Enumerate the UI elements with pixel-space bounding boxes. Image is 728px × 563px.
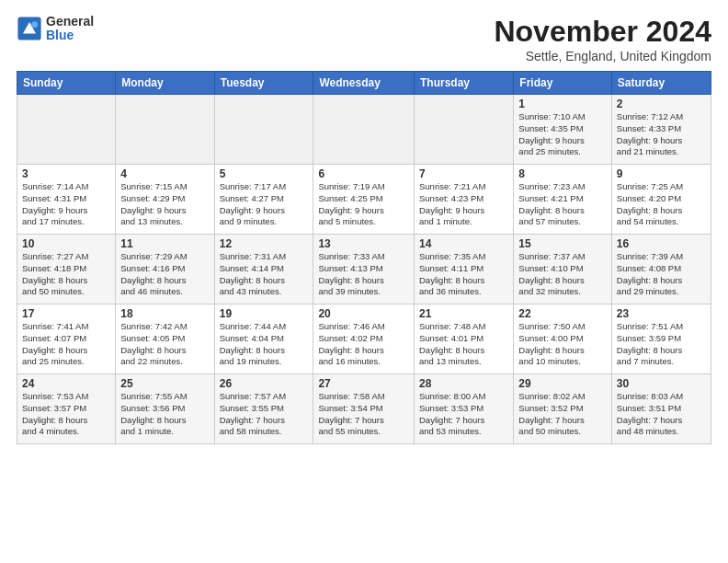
day-number: 26: [220, 377, 309, 390]
calendar-table: SundayMondayTuesdayWednesdayThursdayFrid…: [17, 71, 711, 444]
calendar-cell: 13Sunrise: 7:33 AM Sunset: 4:13 PM Dayli…: [313, 235, 415, 304]
calendar-week-row: 17Sunrise: 7:41 AM Sunset: 4:07 PM Dayli…: [17, 304, 711, 374]
day-number: 18: [120, 307, 209, 320]
day-info: Sunrise: 8:02 AM Sunset: 3:52 PM Dayligh…: [518, 391, 607, 438]
calendar-cell: 28Sunrise: 8:00 AM Sunset: 3:53 PM Dayli…: [415, 374, 514, 444]
calendar-cell: 9Sunrise: 7:25 AM Sunset: 4:20 PM Daylig…: [611, 165, 711, 235]
logo: General Blue: [17, 15, 94, 43]
calendar-cell: [214, 95, 313, 165]
calendar-cell: 6Sunrise: 7:19 AM Sunset: 4:25 PM Daylig…: [313, 165, 415, 235]
day-number: 27: [318, 377, 409, 390]
day-info: Sunrise: 7:27 AM Sunset: 4:18 PM Dayligh…: [22, 251, 110, 298]
day-info: Sunrise: 7:37 AM Sunset: 4:10 PM Dayligh…: [518, 251, 607, 298]
day-info: Sunrise: 7:39 AM Sunset: 4:08 PM Dayligh…: [617, 251, 706, 298]
day-number: 24: [22, 377, 110, 390]
day-number: 28: [419, 377, 508, 390]
calendar-cell: 25Sunrise: 7:55 AM Sunset: 3:56 PM Dayli…: [116, 374, 214, 444]
calendar-cell: 19Sunrise: 7:44 AM Sunset: 4:04 PM Dayli…: [214, 304, 313, 374]
day-number: 23: [617, 307, 706, 320]
weekday-header: Wednesday: [313, 72, 415, 95]
day-info: Sunrise: 7:15 AM Sunset: 4:29 PM Dayligh…: [120, 181, 209, 228]
day-number: 5: [220, 167, 309, 180]
calendar-cell: 4Sunrise: 7:15 AM Sunset: 4:29 PM Daylig…: [116, 165, 214, 235]
day-number: 6: [318, 167, 409, 180]
day-info: Sunrise: 7:14 AM Sunset: 4:31 PM Dayligh…: [22, 181, 110, 228]
calendar-cell: 15Sunrise: 7:37 AM Sunset: 4:10 PM Dayli…: [514, 235, 612, 304]
day-info: Sunrise: 7:58 AM Sunset: 3:54 PM Dayligh…: [318, 391, 409, 438]
calendar-cell: [415, 95, 514, 165]
calendar-cell: 23Sunrise: 7:51 AM Sunset: 3:59 PM Dayli…: [611, 304, 711, 374]
calendar-cell: 5Sunrise: 7:17 AM Sunset: 4:27 PM Daylig…: [214, 165, 313, 235]
weekday-header: Sunday: [17, 72, 116, 95]
day-number: 8: [518, 167, 607, 180]
day-info: Sunrise: 7:17 AM Sunset: 4:27 PM Dayligh…: [220, 181, 309, 228]
title-block: November 2024 Settle, England, United Ki…: [494, 15, 711, 63]
day-number: 12: [220, 237, 309, 250]
day-number: 16: [617, 237, 706, 250]
calendar-cell: 21Sunrise: 7:48 AM Sunset: 4:01 PM Dayli…: [415, 304, 514, 374]
calendar-cell: 26Sunrise: 7:57 AM Sunset: 3:55 PM Dayli…: [214, 374, 313, 444]
weekday-header: Friday: [514, 72, 612, 95]
day-info: Sunrise: 7:12 AM Sunset: 4:33 PM Dayligh…: [617, 111, 706, 158]
calendar-cell: 1Sunrise: 7:10 AM Sunset: 4:35 PM Daylig…: [514, 95, 612, 165]
day-number: 19: [220, 307, 309, 320]
calendar-cell: [116, 95, 214, 165]
day-number: 15: [518, 237, 607, 250]
calendar-cell: 2Sunrise: 7:12 AM Sunset: 4:33 PM Daylig…: [611, 95, 711, 165]
location-text: Settle, England, United Kingdom: [494, 49, 711, 63]
calendar-cell: 14Sunrise: 7:35 AM Sunset: 4:11 PM Dayli…: [415, 235, 514, 304]
calendar-cell: 11Sunrise: 7:29 AM Sunset: 4:16 PM Dayli…: [116, 235, 214, 304]
logo-general-text: General: [46, 15, 94, 29]
day-info: Sunrise: 7:42 AM Sunset: 4:05 PM Dayligh…: [120, 321, 209, 368]
day-info: Sunrise: 7:51 AM Sunset: 3:59 PM Dayligh…: [617, 321, 706, 368]
calendar-cell: 18Sunrise: 7:42 AM Sunset: 4:05 PM Dayli…: [116, 304, 214, 374]
day-info: Sunrise: 7:19 AM Sunset: 4:25 PM Dayligh…: [318, 181, 409, 228]
day-info: Sunrise: 7:25 AM Sunset: 4:20 PM Dayligh…: [617, 181, 706, 228]
day-info: Sunrise: 7:41 AM Sunset: 4:07 PM Dayligh…: [22, 321, 110, 368]
day-number: 29: [518, 377, 607, 390]
logo-text: General Blue: [46, 15, 94, 43]
day-number: 21: [419, 307, 508, 320]
day-info: Sunrise: 7:10 AM Sunset: 4:35 PM Dayligh…: [518, 111, 607, 158]
day-number: 22: [518, 307, 607, 320]
weekday-header: Saturday: [611, 72, 711, 95]
page-header: General Blue November 2024 Settle, Engla…: [17, 15, 711, 63]
logo-icon: [17, 16, 42, 41]
day-number: 20: [318, 307, 409, 320]
day-info: Sunrise: 7:29 AM Sunset: 4:16 PM Dayligh…: [120, 251, 209, 298]
day-info: Sunrise: 7:23 AM Sunset: 4:21 PM Dayligh…: [518, 181, 607, 228]
calendar-header-row: SundayMondayTuesdayWednesdayThursdayFrid…: [17, 72, 711, 95]
day-number: 25: [120, 377, 209, 390]
day-info: Sunrise: 8:03 AM Sunset: 3:51 PM Dayligh…: [617, 391, 706, 438]
weekday-header: Thursday: [415, 72, 514, 95]
day-number: 2: [617, 98, 706, 110]
day-info: Sunrise: 7:57 AM Sunset: 3:55 PM Dayligh…: [220, 391, 309, 438]
calendar-cell: 16Sunrise: 7:39 AM Sunset: 4:08 PM Dayli…: [611, 235, 711, 304]
day-number: 30: [617, 377, 706, 390]
logo-blue-text: Blue: [46, 29, 94, 42]
day-info: Sunrise: 7:50 AM Sunset: 4:00 PM Dayligh…: [518, 321, 607, 368]
calendar-week-row: 10Sunrise: 7:27 AM Sunset: 4:18 PM Dayli…: [17, 235, 711, 304]
day-info: Sunrise: 8:00 AM Sunset: 3:53 PM Dayligh…: [419, 391, 508, 438]
calendar-cell: 24Sunrise: 7:53 AM Sunset: 3:57 PM Dayli…: [17, 374, 116, 444]
calendar-cell: 29Sunrise: 8:02 AM Sunset: 3:52 PM Dayli…: [514, 374, 612, 444]
month-title: November 2024: [494, 15, 711, 49]
day-info: Sunrise: 7:33 AM Sunset: 4:13 PM Dayligh…: [318, 251, 409, 298]
day-number: 4: [120, 167, 209, 180]
calendar-cell: 17Sunrise: 7:41 AM Sunset: 4:07 PM Dayli…: [17, 304, 116, 374]
day-info: Sunrise: 7:31 AM Sunset: 4:14 PM Dayligh…: [220, 251, 309, 298]
day-number: 1: [518, 98, 607, 110]
calendar-cell: 27Sunrise: 7:58 AM Sunset: 3:54 PM Dayli…: [313, 374, 415, 444]
day-number: 13: [318, 237, 409, 250]
calendar-cell: 12Sunrise: 7:31 AM Sunset: 4:14 PM Dayli…: [214, 235, 313, 304]
calendar-week-row: 24Sunrise: 7:53 AM Sunset: 3:57 PM Dayli…: [17, 374, 711, 444]
day-info: Sunrise: 7:48 AM Sunset: 4:01 PM Dayligh…: [419, 321, 508, 368]
weekday-header: Monday: [116, 72, 214, 95]
day-number: 17: [22, 307, 110, 320]
day-info: Sunrise: 7:44 AM Sunset: 4:04 PM Dayligh…: [220, 321, 309, 368]
day-info: Sunrise: 7:55 AM Sunset: 3:56 PM Dayligh…: [120, 391, 209, 438]
day-number: 9: [617, 167, 706, 180]
calendar-cell: 22Sunrise: 7:50 AM Sunset: 4:00 PM Dayli…: [514, 304, 612, 374]
calendar-cell: [17, 95, 116, 165]
day-number: 10: [22, 237, 110, 250]
